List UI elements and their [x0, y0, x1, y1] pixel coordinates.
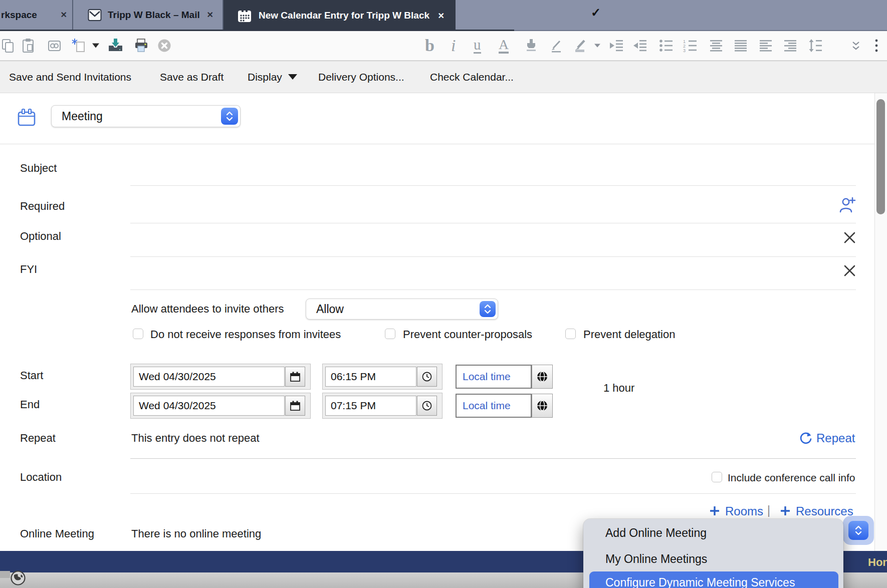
- align-right-icon[interactable]: [783, 39, 798, 52]
- copy-link-icon[interactable]: [47, 39, 62, 53]
- no-responses-checkbox[interactable]: [133, 329, 143, 339]
- tab-workspace[interactable]: rkspace ✕: [0, 0, 73, 30]
- prevent-counter-proposals-checkbox[interactable]: [385, 329, 395, 339]
- add-person-icon[interactable]: [839, 196, 856, 215]
- fyi-field[interactable]: [130, 258, 832, 288]
- select-chevrons-icon: [848, 521, 868, 540]
- status-strip-notch: [0, 571, 10, 578]
- prevent-counter-proposals-label: Prevent counter-proposals: [403, 328, 532, 341]
- start-timezone-globe-icon[interactable]: [532, 365, 553, 389]
- links-separator: |: [767, 504, 770, 517]
- close-icon[interactable]: ✕: [61, 10, 67, 20]
- end-label: End: [20, 398, 40, 411]
- align-justify-icon[interactable]: [733, 39, 748, 52]
- tab-mail[interactable]: Tripp W Black – Mail ✕: [73, 0, 224, 30]
- delivery-options-button[interactable]: Delivery Options...: [318, 71, 404, 83]
- print-icon[interactable]: [133, 38, 149, 53]
- include-conference-checkbox[interactable]: [712, 472, 722, 482]
- entry-type-value: Meeting: [62, 110, 103, 123]
- network-globe-icon[interactable]: [10, 570, 26, 588]
- line-spacing-icon[interactable]: [808, 39, 823, 53]
- more-toolbar-icon[interactable]: [851, 40, 861, 51]
- tab-new-calendar-entry[interactable]: New Calendar Entry for Tripp W Black ✕: [224, 0, 456, 31]
- highlighter-dropdown-icon[interactable]: [594, 44, 600, 48]
- end-time-input[interactable]: 07:15 PM: [325, 396, 416, 416]
- repeat-link[interactable]: Repeat: [816, 431, 855, 445]
- format-painter-icon[interactable]: [524, 39, 538, 53]
- save-as-draft-button[interactable]: Save as Draft: [160, 71, 224, 83]
- rooms-link[interactable]: Rooms: [725, 504, 763, 518]
- display-menu-button[interactable]: Display: [248, 71, 297, 83]
- overflow-menu-icon[interactable]: [874, 39, 878, 53]
- resources-link[interactable]: Resources: [796, 504, 853, 518]
- entry-type-select[interactable]: Meeting: [51, 105, 241, 127]
- repeat-refresh-icon[interactable]: [798, 431, 813, 448]
- required-field-underline: [130, 223, 856, 223]
- save-icon[interactable]: [107, 38, 123, 53]
- menu-item-my-online-meetings[interactable]: My Online Meetings: [605, 552, 707, 566]
- numbered-list-icon[interactable]: 123: [683, 39, 698, 52]
- date-picker-icon[interactable]: [285, 367, 305, 387]
- copy-icon[interactable]: [1, 39, 15, 53]
- time-picker-icon[interactable]: [417, 396, 437, 416]
- pen-icon[interactable]: [549, 39, 563, 53]
- new-document-icon[interactable]: [71, 38, 86, 53]
- start-date-group: Wed 04/30/2025: [130, 364, 311, 390]
- highlighter-icon[interactable]: [573, 39, 588, 53]
- add-resources-plus-icon[interactable]: [780, 505, 791, 518]
- clear-fyi-icon[interactable]: [843, 264, 856, 279]
- subject-field-underline: [130, 185, 856, 186]
- invite-others-value: Allow: [316, 303, 344, 316]
- subject-field[interactable]: [130, 150, 856, 185]
- entry-type-calendar-icon: [17, 108, 36, 129]
- align-center-icon[interactable]: [709, 39, 724, 52]
- prevent-delegation-checkbox[interactable]: [565, 329, 576, 339]
- section-divider: [0, 144, 874, 144]
- start-timezone-button[interactable]: Local time: [456, 365, 532, 389]
- status-bar-right-text[interactable]: Hon: [868, 556, 887, 569]
- new-document-dropdown-icon[interactable]: [92, 44, 99, 48]
- invite-others-select[interactable]: Allow: [306, 299, 498, 320]
- time-picker-icon[interactable]: [417, 367, 437, 387]
- location-field-underline: [130, 493, 856, 494]
- save-and-send-button[interactable]: Save and Send Invitations: [9, 71, 131, 83]
- online-meeting-select[interactable]: [843, 516, 874, 545]
- start-time-input[interactable]: 06:15 PM: [325, 367, 416, 387]
- end-date-input[interactable]: Wed 04/30/2025: [133, 396, 285, 416]
- menu-item-configure-dynamic-meeting-services[interactable]: Configure Dynamic Meeting Services: [589, 571, 838, 588]
- start-date-input[interactable]: Wed 04/30/2025: [133, 367, 285, 387]
- end-date-group: Wed 04/30/2025: [130, 393, 311, 419]
- vertical-scrollbar[interactable]: [874, 93, 887, 551]
- italic-icon[interactable]: i: [451, 37, 456, 54]
- add-rooms-plus-icon[interactable]: [709, 505, 720, 518]
- repeat-value: This entry does not repeat: [131, 432, 260, 445]
- scrollbar-thumb[interactable]: [876, 99, 885, 214]
- menu-item-add-online-meeting[interactable]: Add Online Meeting: [605, 526, 707, 540]
- indent-icon[interactable]: [609, 39, 624, 52]
- date-picker-icon[interactable]: [285, 396, 305, 416]
- end-timezone-globe-icon[interactable]: [532, 394, 553, 418]
- location-field[interactable]: [130, 463, 702, 492]
- optional-label: Optional: [20, 230, 61, 243]
- close-icon[interactable]: ✕: [438, 11, 445, 21]
- delete-icon[interactable]: [157, 39, 171, 53]
- chevron-down-icon: [288, 74, 297, 80]
- clear-optional-icon[interactable]: [843, 231, 856, 246]
- start-time-group: 06:15 PM: [322, 364, 442, 390]
- end-timezone-button[interactable]: Local time: [456, 394, 532, 418]
- check-calendar-button[interactable]: Check Calendar...: [430, 71, 514, 83]
- bullet-list-icon[interactable]: [658, 39, 674, 52]
- paste-icon[interactable]: [21, 38, 35, 53]
- start-label: Start: [20, 369, 43, 382]
- outdent-icon[interactable]: [632, 39, 647, 52]
- required-field[interactable]: [130, 188, 832, 222]
- prevent-delegation-label: Prevent delegation: [583, 328, 675, 341]
- toolbar: b i u A 123: [0, 31, 887, 61]
- align-left-icon[interactable]: [758, 39, 773, 52]
- text-color-icon[interactable]: A: [499, 38, 509, 54]
- bold-icon[interactable]: b: [425, 37, 434, 54]
- underline-icon[interactable]: u: [474, 38, 481, 54]
- end-time-group: 07:15 PM: [322, 393, 442, 419]
- close-icon[interactable]: ✕: [207, 10, 213, 20]
- optional-field[interactable]: [130, 225, 832, 255]
